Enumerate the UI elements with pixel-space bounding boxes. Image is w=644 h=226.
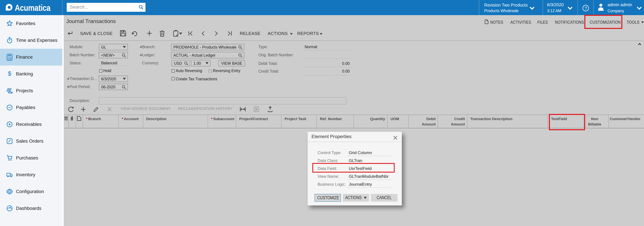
svg-text:$: $ [8,70,11,77]
